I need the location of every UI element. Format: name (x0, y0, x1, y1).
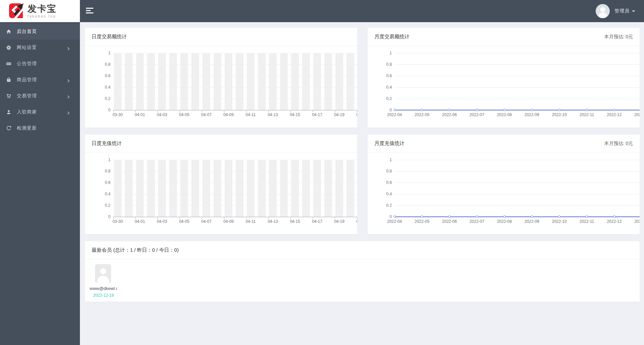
line-series (395, 216, 640, 217)
chart-background-bar (191, 53, 199, 110)
x-tick-label: 2022-12 (605, 219, 623, 224)
brand-name: 发卡宝 (28, 4, 57, 13)
y-tick-label: 0.6 (368, 73, 392, 78)
monthly-recharge-estimate: 本月预估: 0元 (604, 141, 633, 147)
y-tick-label: 0.2 (85, 203, 110, 208)
x-axis-tick (268, 217, 269, 219)
chevron-right-icon (67, 94, 70, 98)
user-menu[interactable]: 管理员 (596, 4, 635, 18)
x-axis-tick (246, 110, 246, 112)
y-tick-label: 1 (368, 157, 392, 162)
monthly-recharge-title: 月度充值统计 (374, 140, 405, 147)
x-tick-label: 2022-08 (495, 112, 513, 117)
chart-background-bar (147, 53, 155, 110)
monthly-recharge-card: 月度充值统计 本月预估: 0元 00.20.40.60.812022-04202… (368, 135, 640, 234)
x-axis-tick (313, 217, 313, 219)
x-tick-label: 2022-07 (468, 219, 486, 224)
latest-members-card: 最新会员 (总计：1 / 昨日：0 / 今日：0) www@dkewl.com … (85, 241, 640, 302)
sidebar-item-home[interactable]: 后台首页 (0, 23, 80, 40)
y-tick-label: 1 (85, 157, 110, 162)
daily-trade-card: 日度交易额统计 00.20.40.60.8103-3004-0104-0304-… (85, 28, 357, 128)
chart-background-bar (225, 53, 232, 110)
x-axis-tick (113, 110, 113, 112)
hamburger-menu-icon[interactable] (86, 8, 93, 15)
daily-recharge-title: 日度充值统计 (92, 140, 122, 147)
y-tick-label: 0 (85, 214, 110, 219)
member-avatar (95, 264, 111, 283)
x-tick-label: 2022-10 (550, 112, 568, 117)
chart-background-bar (236, 160, 243, 217)
sidebar-item-site-settings[interactable]: 网站设置 (0, 40, 80, 56)
x-axis-line (113, 217, 357, 217)
x-axis-tick (268, 110, 269, 112)
chart-background-bar (202, 160, 210, 217)
chart-background-bar (269, 160, 277, 217)
x-tick-label: 04-01 (131, 219, 149, 224)
x-tick-label: 04-09 (220, 219, 238, 224)
x-axis-tick (157, 110, 158, 112)
chart-background-bar (136, 53, 144, 110)
y-tick-label: 0.2 (368, 203, 392, 208)
x-axis-tick (113, 217, 113, 219)
gear-icon (6, 45, 11, 50)
chart-background-bar (302, 53, 310, 110)
x-tick-label: 03-30 (109, 219, 127, 224)
data-point (448, 109, 451, 111)
data-point (586, 215, 588, 218)
x-tick-label: 2022-11 (578, 219, 596, 224)
chart-background-bar (180, 53, 188, 110)
member-register-date: 2022-12-19 (90, 293, 117, 298)
sidebar-item-products[interactable]: 商品管理 (0, 72, 80, 88)
chart-background-bar (169, 160, 177, 217)
x-axis-tick (180, 110, 180, 112)
y-tick-label: 0.4 (368, 192, 392, 196)
x-tick-label: 04-07 (197, 112, 216, 117)
x-axis-tick (246, 217, 246, 219)
brand-text: 发卡宝 fakabao.top (28, 4, 57, 18)
chart-background-bar (147, 160, 155, 217)
data-point (558, 109, 560, 111)
gridline (395, 171, 640, 171)
monthly-trade-estimate: 本月预估: 0元 (604, 34, 633, 40)
data-point (394, 215, 396, 218)
sidebar-item-merchants[interactable]: 入驻商家 (0, 104, 80, 120)
monthly-trade-chart: 00.20.40.60.812022-042022-052022-062022-… (368, 46, 640, 127)
x-tick-label: 2022-07 (468, 112, 486, 117)
chart-background-bar (313, 53, 321, 110)
chart-background-bar (291, 160, 299, 217)
gridline (395, 99, 640, 99)
y-tick-label: 0.8 (368, 62, 392, 67)
gridline (395, 183, 640, 183)
y-tick-label: 0.2 (85, 96, 110, 101)
x-tick-label: 2023-01 (633, 112, 640, 117)
chart-background-bar (114, 160, 122, 217)
chart-background-bar (180, 160, 188, 217)
x-tick-label: 2022-11 (578, 112, 596, 117)
user-name: 管理员 (614, 8, 630, 14)
chart-background-bar (191, 160, 199, 217)
chevron-right-icon (67, 78, 70, 82)
y-tick-label: 0.2 (368, 96, 392, 101)
x-tick-label: 04-19 (330, 112, 349, 117)
sidebar-item-trades[interactable]: 交易管理 (0, 88, 80, 104)
y-tick-label: 0.4 (85, 85, 110, 90)
data-point (476, 109, 478, 111)
logo[interactable]: 发卡宝 fakabao.top (0, 0, 80, 22)
chevron-right-icon (67, 46, 70, 49)
chart-background-bar (258, 53, 266, 110)
x-axis-tick (290, 110, 291, 112)
sidebar-item-check-update[interactable]: 检测更新 (0, 120, 80, 136)
refresh-icon (6, 126, 11, 131)
gridline (395, 76, 640, 76)
data-point (586, 109, 588, 111)
chart-background-bar (214, 53, 221, 110)
data-point (531, 109, 533, 111)
x-tick-label: 2022-06 (441, 112, 459, 117)
chart-background-bar (335, 53, 343, 110)
x-axis-tick (135, 217, 136, 219)
chart-background-bar (114, 53, 122, 110)
y-tick-label: 0.6 (85, 73, 110, 78)
sidebar-item-announcements[interactable]: NEW公告管理 (0, 56, 80, 72)
chart-background-bar (158, 160, 166, 217)
home-icon (6, 29, 11, 34)
